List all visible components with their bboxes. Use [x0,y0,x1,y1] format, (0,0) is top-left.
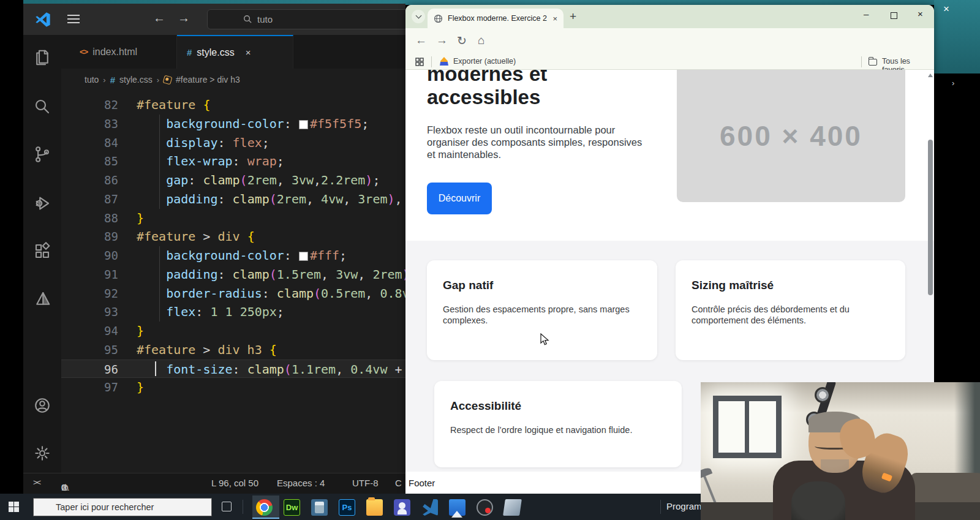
remote-indicator-icon[interactable]: >< [33,478,40,487]
breadcrumb-file[interactable]: style.css [119,75,153,85]
code-line[interactable]: 87 padding: clamp(2rem, 4vw, 3rem), [61,190,405,209]
code-text: #feature { [137,96,405,115]
search-icon[interactable] [33,97,51,116]
bookmark-exporter[interactable]: Exporter (actuelle) [453,57,516,66]
discover-button[interactable]: Découvrir [427,183,492,214]
taskbar-divider [660,500,661,514]
chevron-right-icon[interactable]: › [952,78,954,88]
code-line[interactable]: 97} [61,378,405,397]
code-line[interactable]: 83 background-color: #f5f5f5; [61,115,405,134]
taskbar-photos-icon[interactable] [449,499,466,516]
taskbar-obs-icon[interactable] [477,499,493,516]
back-icon[interactable]: ← [415,34,427,47]
taskbar-search-input[interactable] [33,498,212,516]
taskbar-calculator-icon[interactable] [311,499,328,516]
vscode-titlebar: ← → tuto [23,4,405,35]
command-center-search[interactable]: tuto [207,9,405,29]
paragraph-line: organiser des composants simples, respon… [427,136,642,148]
scrollbar-thumb[interactable] [928,140,933,295]
card-title: Accessibilité [450,399,521,413]
taskbar-dreamweaver-icon[interactable]: Dw [284,499,300,516]
code-line[interactable]: 90 background-color: #fff; [61,246,405,265]
placeholder-text: 600 × 400 [720,119,862,153]
nav-forward-icon[interactable]: → [178,11,190,25]
tab-search-chevron-icon[interactable] [412,10,425,23]
overlay-close-icon[interactable]: × [943,3,949,15]
scrollbar-up-arrow-icon[interactable] [928,71,933,77]
line-number: 97 [61,378,137,397]
taskbar-explorer-icon[interactable] [366,499,383,516]
chevron-right-icon: › [157,75,159,85]
reload-icon[interactable]: ↻ [457,34,467,48]
breadcrumb-folder[interactable]: tuto [85,75,99,85]
line-number: 82 [61,96,137,115]
code-line[interactable]: 88} [61,209,405,228]
taskbar-chrome-icon[interactable] [256,499,273,516]
tab-close-icon[interactable]: × [246,47,251,58]
tab-index-html[interactable]: <> index.html [70,35,177,69]
close-button[interactable]: × [918,9,923,19]
code-line[interactable]: 95#feature > div h3 { [61,341,405,360]
code-line[interactable]: 85 flex-wrap: wrap; [61,152,405,171]
status-indentation[interactable]: Espaces : 4 [277,478,325,488]
accounts-icon[interactable] [33,396,51,415]
code-text: gap: clamp(2rem, 3vw,2.2rem); [137,171,405,190]
source-control-icon[interactable] [33,145,51,164]
placeholder-image: 600 × 400 [677,70,905,202]
bookmark-favicon [440,57,448,66]
code-line[interactable]: 94} [61,322,405,341]
status-eol[interactable]: C [395,478,402,488]
status-encoding[interactable]: UTF-8 [352,478,379,488]
code-text: font-size: clamp(1.1rem, 0.4vw + [137,360,405,378]
taskbar-photoshop-icon[interactable]: Ps [339,499,355,516]
ceiling-light-icon [815,387,831,403]
bookmarks-bar: Exporter (actuelle) Tous les favoris [405,54,934,70]
menu-hamburger-icon[interactable] [67,15,80,23]
code-line[interactable]: 86 gap: clamp(2rem, 3vw,2.2rem); [61,171,405,190]
code-line[interactable]: 91 padding: clamp(1.5rem, 3vw, 2rem); [61,265,405,284]
taskbar-viewer-icon[interactable] [503,499,522,516]
code-text: #feature > div { [137,227,405,246]
heading-line: modernes et [427,70,547,86]
feature-card-accessibility: Accessibilité Respect de l’ordre logique… [434,381,682,467]
settings-gear-icon[interactable] [33,444,51,462]
html-file-icon: <> [80,47,88,56]
new-tab-button[interactable]: + [570,10,576,23]
code-line[interactable]: 89#feature > div { [61,227,405,246]
taskbar-teams-icon[interactable] [394,499,410,516]
line-number: 90 [61,246,137,265]
line-number: 91 [61,265,137,284]
nav-back-icon[interactable]: ← [153,11,165,25]
forward-icon[interactable]: → [436,34,448,47]
code-line[interactable]: 93 flex: 1 1 250px; [61,303,405,322]
browser-tab[interactable]: Flexbox moderne. Exercice 2 × [428,9,564,28]
css-rule-symbol-icon [163,75,173,85]
screen: × › ← → tuto [0,0,980,520]
run-debug-icon[interactable] [33,194,51,213]
status-line-col[interactable]: L 96, col 50 [211,478,258,488]
minimize-button[interactable]: – [864,9,869,19]
code-line[interactable]: 96 font-size: clamp(1.1rem, 0.4vw + [61,360,405,379]
apps-grid-icon[interactable] [415,58,424,66]
breadcrumb-symbol[interactable]: #feature > div h3 [176,75,240,85]
code-line[interactable]: 82#feature { [61,96,405,115]
tab-style-css[interactable]: # style.css × [177,35,293,69]
start-button-icon[interactable] [9,502,19,512]
taskbar-vscode-icon[interactable] [421,499,438,516]
extensions-icon[interactable] [33,242,51,260]
folder-icon [869,59,877,66]
code-line[interactable]: 84 display: flex; [61,134,405,153]
hero-paragraph: Flexbox reste un outil incontournable po… [427,124,642,160]
prism-extension-icon[interactable] [33,290,51,308]
breadcrumb: tuto › # style.css › #feature > div h3 [61,69,405,91]
card-text: Respect de l’ordre logique et navigation… [450,425,632,436]
home-icon[interactable]: ⌂ [478,34,484,47]
task-view-icon[interactable] [222,502,232,511]
code-line[interactable]: 92 border-radius: clamp(0.5rem, 0.8vw [61,284,405,303]
code-text: padding: clamp(2rem, 4vw, 3rem), [137,190,405,209]
tab-close-icon[interactable]: × [552,14,557,23]
vscode-tab-bar: <> index.html # style.css × [61,35,405,69]
explorer-icon[interactable] [33,48,51,67]
code-editor[interactable]: 82#feature {83 background-color: #f5f5f5… [61,91,405,473]
heading-line: accessibles [427,86,547,109]
